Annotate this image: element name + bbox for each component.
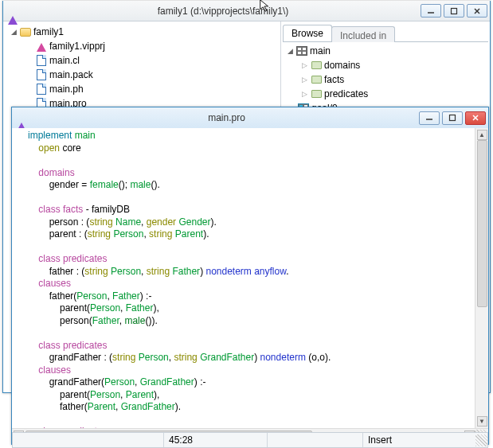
close-button[interactable]	[467, 4, 487, 18]
expander-icon[interactable]: ▷	[300, 76, 308, 84]
browse-label: predicates	[324, 88, 368, 99]
editor-window: main.pro implement main open core domain…	[11, 107, 489, 445]
file-icon	[35, 83, 48, 95]
app-icon	[8, 5, 21, 18]
app-icon	[17, 111, 29, 124]
tab-included-in[interactable]: Included in	[331, 26, 395, 42]
editor-titlebar[interactable]: main.pro	[12, 107, 488, 128]
folder-icon	[19, 25, 32, 38]
browse-item-main[interactable]: ◢ main	[283, 44, 488, 58]
expander-icon[interactable]: ◢	[286, 47, 294, 55]
editor-gutter	[12, 128, 26, 428]
scroll-thumb[interactable]	[477, 140, 487, 307]
tree-root[interactable]: ◢ family1	[5, 25, 279, 39]
scroll-up-icon[interactable]: ▲	[477, 130, 487, 140]
file-icon	[35, 54, 48, 67]
project-titlebar[interactable]: family1 (d:\vipprojects\family1\)	[3, 1, 490, 21]
svg-rect-5	[450, 115, 456, 121]
tree-file[interactable]: main.cl	[5, 53, 279, 68]
browse-label: domains	[324, 60, 360, 71]
vertical-scrollbar[interactable]: ▲ ▼	[475, 128, 488, 428]
tree-file[interactable]: family1.vipprj	[5, 39, 279, 53]
expander-icon[interactable]: ▷	[300, 61, 308, 69]
module-icon	[295, 45, 308, 57]
browse-item[interactable]: ▷ facts	[283, 72, 488, 87]
tree-file[interactable]: main.ph	[5, 82, 279, 96]
editor-title: main.pro	[34, 112, 419, 123]
status-cell	[268, 433, 363, 447]
minimize-button[interactable]	[421, 4, 441, 18]
browse-label: main	[310, 45, 331, 56]
maximize-button[interactable]	[444, 4, 464, 18]
scroll-track[interactable]	[477, 140, 487, 416]
svg-rect-1	[452, 8, 457, 14]
browse-item[interactable]: ▷ domains	[283, 58, 488, 72]
minimize-button[interactable]	[419, 111, 440, 125]
tree-label: family1	[33, 26, 64, 37]
status-cell	[13, 433, 164, 447]
code-editor[interactable]: implement main open core domains gender …	[26, 128, 475, 428]
browse-label: facts	[324, 74, 344, 85]
tree-file[interactable]: main.pack	[5, 68, 279, 82]
browse-item[interactable]: ▷ predicates	[283, 87, 488, 101]
folder-icon	[310, 73, 323, 86]
status-position: 45:28	[164, 433, 268, 447]
project-title: family1 (d:\vipprojects\family1\)	[25, 6, 421, 17]
tree-label: main.ph	[49, 84, 84, 95]
browse-tabs: Browse Included in	[283, 25, 488, 42]
tree-label: main.cl	[49, 55, 80, 66]
project-file-icon	[35, 40, 48, 53]
tree-label: family1.vipprj	[49, 41, 105, 52]
expander-icon[interactable]: ▷	[300, 90, 308, 98]
tree-label: main.pack	[49, 69, 93, 80]
expander-icon[interactable]: ◢	[10, 28, 18, 36]
maximize-button[interactable]	[442, 111, 463, 125]
close-button[interactable]	[465, 111, 486, 125]
resize-grip-icon[interactable]	[475, 434, 487, 446]
status-bar: 45:28 Insert	[12, 432, 488, 448]
file-icon	[35, 68, 48, 81]
tab-browse[interactable]: Browse	[283, 25, 332, 41]
status-insert-mode: Insert	[363, 433, 443, 447]
folder-icon	[310, 59, 323, 72]
folder-icon	[310, 88, 323, 100]
scroll-down-icon[interactable]: ▼	[477, 416, 487, 427]
